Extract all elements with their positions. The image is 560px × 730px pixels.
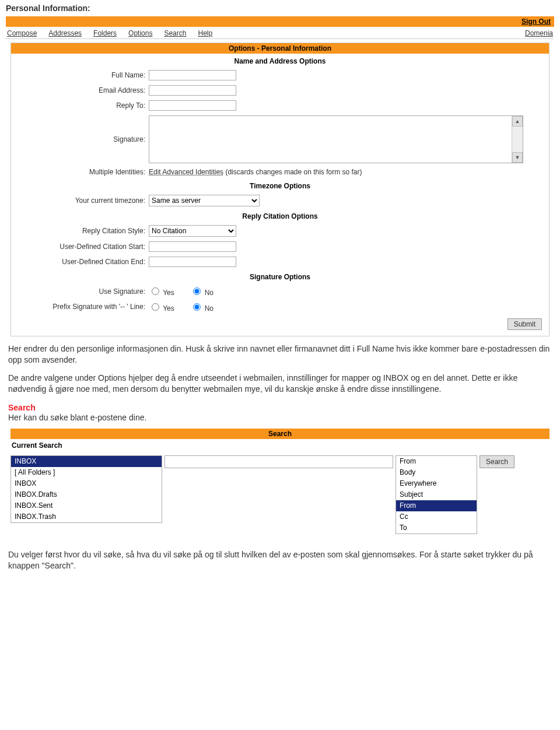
prefix-yes[interactable] (152, 303, 159, 311)
signature-label: Signature: (11, 113, 149, 166)
options-panel: Options - Personal Information Name and … (10, 43, 550, 336)
email-label: Email Address: (11, 83, 149, 98)
page-heading: Personal Information: (6, 3, 554, 13)
email-input[interactable] (149, 85, 236, 96)
full-name-label: Full Name: (11, 68, 149, 83)
field-list[interactable]: From Body Everywhere Subject From Cc To (396, 455, 477, 534)
edit-advanced-link[interactable]: Edit Advanced Identities (149, 168, 223, 176)
top-bar: Sign Out (6, 16, 554, 27)
reply-citation-title: Reply Citation Options (11, 209, 549, 223)
folder-item[interactable]: [ All Folders ] (11, 467, 162, 478)
signature-textarea[interactable]: ▲ ▼ (149, 115, 523, 163)
field-item[interactable]: From (396, 500, 477, 511)
discards-note: (discards changes made on this form so f… (225, 168, 362, 176)
timezone-label: Your current timezone: (11, 192, 149, 209)
nav-folders[interactable]: Folders (93, 29, 117, 37)
full-name-input[interactable] (149, 70, 236, 80)
use-signature-yes[interactable] (152, 287, 159, 295)
folder-item[interactable]: INBOX.Trash (11, 511, 162, 522)
folder-item[interactable]: INBOX (11, 456, 162, 467)
sign-out-link[interactable]: Sign Out (522, 17, 551, 26)
scroll-down-icon[interactable]: ▼ (512, 152, 523, 163)
use-signature-label: Use Signature: (11, 283, 149, 299)
signature-options-title: Signature Options (11, 269, 549, 283)
nav-options[interactable]: Options (128, 29, 152, 37)
nav-search[interactable]: Search (164, 29, 186, 37)
search-title: Search (10, 429, 550, 439)
search-button[interactable]: Search (480, 455, 514, 468)
signature-scrollbar[interactable]: ▲ ▼ (512, 116, 523, 163)
submit-button[interactable]: Submit (508, 318, 542, 330)
nav-addresses[interactable]: Addresses (48, 29, 82, 37)
reply-style-select[interactable]: No Citation (149, 225, 236, 237)
use-signature-no[interactable] (193, 287, 201, 295)
user-end-label: User-Defined Citation End: (11, 254, 149, 269)
nav-help[interactable]: Help (198, 29, 212, 37)
folder-item[interactable]: INBOX.Sent (11, 500, 162, 511)
paragraph-3: Du velger først hvor du vil søke, så hva… (6, 546, 554, 575)
field-item[interactable]: Cc (396, 511, 477, 522)
reply-to-input[interactable] (149, 100, 236, 111)
nav-domain[interactable]: Domenia (525, 29, 553, 37)
folder-item[interactable]: INBOX (11, 478, 162, 489)
paragraph-1: Her endrer du den personlige informasjon… (6, 340, 554, 369)
timezone-select[interactable]: Same as server (149, 195, 260, 206)
field-item[interactable]: Subject (396, 489, 477, 500)
prefix-no[interactable] (193, 303, 201, 311)
search-panel: Search Current Search INBOX [ All Folder… (10, 429, 550, 534)
user-start-input[interactable] (149, 241, 236, 252)
search-heading: Search (6, 398, 554, 412)
user-end-input[interactable] (149, 257, 236, 267)
user-start-label: User-Defined Citation Start: (11, 239, 149, 254)
name-addr-title: Name and Address Options (11, 54, 549, 68)
field-item[interactable]: To (396, 522, 477, 534)
prefix-label: Prefix Signature with '-- ' Line: (11, 299, 149, 315)
current-search-label: Current Search (10, 439, 550, 455)
scroll-up-icon[interactable]: ▲ (512, 116, 523, 127)
search-input[interactable] (164, 455, 393, 468)
field-item[interactable]: Body (396, 467, 477, 478)
search-intro: Her kan du søke blant e-postene dine. (6, 412, 554, 427)
field-item[interactable]: From (396, 456, 477, 467)
timezone-title: Timezone Options (11, 178, 549, 192)
paragraph-2: De andre valgene under Options hjelper d… (6, 369, 554, 398)
reply-style-label: Reply Citation Style: (11, 223, 149, 239)
nav-compose[interactable]: Compose (7, 29, 37, 37)
options-title: Options - Personal Information (11, 43, 549, 54)
folder-item[interactable]: INBOX.Drafts (11, 489, 162, 500)
reply-to-label: Reply To: (11, 98, 149, 113)
nav-bar: Compose Addresses Folders Options Search… (6, 27, 554, 39)
field-item[interactable]: Everywhere (396, 478, 477, 489)
multiple-identities-label: Multiple Identities: (11, 166, 149, 178)
folder-list[interactable]: INBOX [ All Folders ] INBOX INBOX.Drafts… (10, 455, 162, 523)
